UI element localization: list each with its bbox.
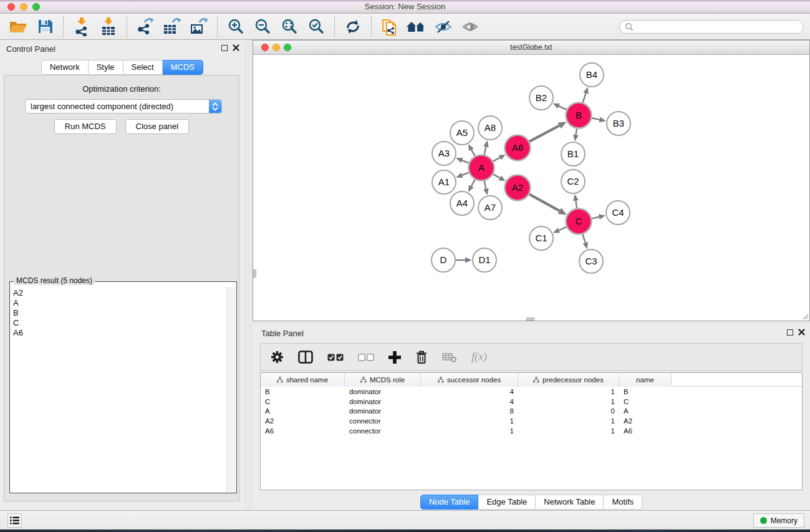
export-image-button[interactable] [188,16,210,37]
float-table-panel-icon[interactable] [787,329,793,336]
table-cell[interactable]: 1 [518,427,619,435]
graph-edge-A-A6[interactable] [493,158,500,162]
graph-edge-A-A7[interactable] [485,181,486,189]
tab-mcds[interactable]: MCDS [163,60,203,75]
resize-grip-icon[interactable] [801,312,809,320]
graph-edge-C-C4[interactable] [592,217,599,219]
memory-button[interactable]: Memory [753,513,804,528]
graph-edge-A-A2[interactable] [493,174,500,178]
close-table-panel-icon[interactable] [798,329,805,336]
apply-layout-button[interactable] [342,16,364,37]
graph-edge-C-C2[interactable] [576,201,577,208]
table-cell[interactable]: dominator [345,398,421,405]
close-panel-button[interactable]: Close panel [125,119,190,134]
mcds-result-item[interactable]: A2 [13,288,223,298]
tab-edge-table[interactable]: Edge Table [478,495,536,510]
graph-edge-C-C1[interactable] [559,227,566,230]
open-session-button[interactable] [7,16,29,37]
delete-table-button[interactable] [442,352,457,363]
graph-node-C[interactable]: C [566,209,592,235]
graph-edge-A2-C[interactable] [529,194,560,211]
column-header-name[interactable]: name [619,373,672,387]
table-cell[interactable]: B [261,388,345,395]
delete-column-button[interactable] [415,351,428,364]
select-all-columns-button[interactable] [327,354,344,361]
graph-node-B1[interactable]: B1 [561,142,585,166]
zoom-in-button[interactable] [225,16,246,37]
graph-edge-B-B1[interactable] [576,128,576,135]
float-panel-icon[interactable] [221,45,228,51]
import-network-button[interactable] [71,16,92,37]
graph-node-A[interactable]: A [469,155,494,181]
graph-edge-B-B4[interactable] [583,93,586,102]
table-cell[interactable]: 1 [518,398,619,405]
table-cell[interactable]: 4 [421,398,518,405]
graph-edge-A-A8[interactable] [485,147,486,155]
tab-motifs[interactable]: Motifs [604,495,642,510]
table-cell[interactable]: 4 [421,388,518,395]
graph-node-D1[interactable]: D1 [473,248,496,272]
search-input[interactable] [636,22,798,31]
column-header-predecessor-nodes[interactable]: predecessor nodes [518,373,619,387]
column-header-shared-name[interactable]: shared name [261,373,345,387]
import-table-button[interactable] [98,16,119,37]
graph-edge-A-A1[interactable] [462,173,469,175]
graph-node-D[interactable]: D [432,248,455,272]
hide-selected-button[interactable] [433,16,454,37]
table-row[interactable]: A6connector11A6 [261,426,802,436]
graph-node-B[interactable]: B [566,103,592,128]
table-cell[interactable]: B [619,388,672,395]
save-session-button[interactable] [34,16,55,37]
mcds-result-item[interactable]: B [13,308,223,318]
graph-edge-A-A4[interactable] [471,180,475,186]
graph-node-C2[interactable]: C2 [561,170,585,193]
table-cell[interactable]: C [261,398,345,405]
graph-edge-B-B2[interactable] [559,106,566,110]
graph-node-A7[interactable]: A7 [478,196,502,220]
tab-style[interactable]: Style [89,60,123,75]
graph-node-B2[interactable]: B2 [529,86,553,110]
graph-edge-A-A3[interactable] [462,160,469,163]
table-cell[interactable]: 8 [421,407,518,415]
graph-node-C3[interactable]: C3 [579,249,603,273]
graph-edge-A-A5[interactable] [471,150,475,156]
export-network-button[interactable] [135,16,156,37]
graph-node-A5[interactable]: A5 [450,121,474,145]
new-network-from-selection-button[interactable] [379,16,400,37]
zoom-out-button[interactable] [252,16,273,37]
first-neighbors-button[interactable] [406,16,427,37]
optimization-criterion-dropdown[interactable]: largest connected component (directed) [25,99,222,114]
table-cell[interactable]: A6 [619,427,672,435]
show-column-panel-button[interactable] [298,351,313,364]
graph-edge-C-C3[interactable] [582,235,585,243]
graph-node-A6[interactable]: A6 [505,135,531,161]
table-cell[interactable]: C [619,398,672,405]
graph-edge-A6-B[interactable] [529,125,559,142]
table-row[interactable]: Adominator80A [261,406,802,416]
graph-node-B3[interactable]: B3 [607,112,630,135]
graph-edge-B-B3[interactable] [592,118,600,120]
network-canvas[interactable]: B4B2BB3B1A5A8A6A3AA1A2C2A4A7CC4C1C3DD1 [253,55,809,321]
mcds-result-item[interactable]: A6 [13,328,223,338]
graph-node-A8[interactable]: A8 [478,116,502,140]
table-cell[interactable]: dominator [345,388,421,395]
table-cell[interactable]: connector [345,427,421,435]
run-mcds-button[interactable]: Run MCDS [54,119,117,134]
graph-node-B4[interactable]: B4 [580,63,604,87]
graph-node-A1[interactable]: A1 [432,170,456,194]
task-history-button[interactable] [7,513,22,528]
mcds-result-item[interactable]: C [13,318,223,328]
table-cell[interactable]: A [261,407,345,415]
graph-node-A4[interactable]: A4 [450,191,474,215]
table-cell[interactable]: A2 [261,417,345,425]
close-panel-icon[interactable] [233,44,239,51]
graph-node-A3[interactable]: A3 [432,142,456,165]
zoom-fit-button[interactable] [279,16,300,37]
export-table-button[interactable] [162,16,183,37]
tab-network[interactable]: Network [41,60,89,75]
column-header-MCDS-role[interactable]: MCDS role [345,373,421,387]
table-cell[interactable]: A2 [619,417,672,425]
function-builder-button[interactable]: f(x) [471,351,487,364]
table-cell[interactable]: dominator [345,407,421,415]
tab-select[interactable]: Select [123,60,163,75]
